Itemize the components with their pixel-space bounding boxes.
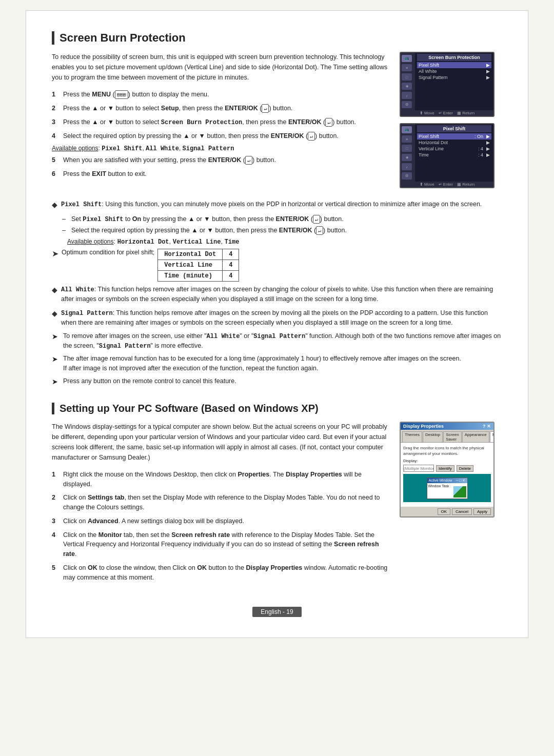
tv-item-hd: Horizontal Dot▶ [417, 140, 491, 146]
table-row-hd: Horizontal Dot 4 [158, 249, 239, 260]
dp-tab-settings[interactable]: Settings [490, 431, 494, 442]
bullet-pixel-shift: ◆ Pixel Shift: Using this function, you … [52, 200, 502, 210]
display-properties-window: Display Properties ? ✕ Themes Desktop Sc… [400, 422, 494, 518]
tv-icon-2-1: 📺 [402, 126, 412, 133]
dp-win-titlebar: Active Window ─ □ ✕ [427, 478, 467, 483]
tv-icon-2-6: ⚙ [402, 172, 412, 180]
dp-apply-btn[interactable]: Apply [473, 508, 491, 515]
tv-item-vl: Vertical Line: 4▶ [417, 146, 491, 152]
bullet-all-white: ◆ All White: This function helps remove … [52, 285, 502, 304]
step-1: 1 Press the MENU (⊞⊞⊞) button to display… [52, 90, 389, 100]
tv-item-all-white: All White▶ [417, 68, 491, 74]
page: Screen Burn Protection To reduce the pos… [26, 10, 528, 638]
pc-step-4: 4 Click on the Monitor tab, then set the… [52, 530, 389, 559]
table-cell-vl-label: Vertical Line [158, 260, 223, 270]
dp-win-title: Active Window [429, 479, 452, 483]
step-6: 6 Press the EXIT button to exit. [52, 169, 389, 179]
tv-screen-1: 📺 ≡ □ ◈ ♪ ⚙ Screen Burn Protection Pixel… [400, 52, 494, 117]
pc-left: The Windows display-settings for a typic… [52, 422, 389, 587]
bullet-section: ◆ Pixel Shift: Using this function, you … [52, 200, 502, 387]
tv-sidebar-1: 📺 ≡ □ ◈ ♪ ⚙ [401, 53, 415, 110]
step-2: 2 Press the ▲ or ▼ button to select Setu… [52, 104, 389, 113]
sub-bullet-2: – Select the required option by pressing… [62, 226, 502, 235]
table-cell-time-val: 4 [223, 270, 239, 281]
tv-header-2: Pixel Shift [417, 125, 491, 132]
tv-icon-2-4: ◈ [402, 154, 412, 161]
tv-icon-3: □ [402, 73, 412, 81]
dp-display-input[interactable] [403, 465, 434, 472]
tv-icon-6: ⚙ [402, 101, 412, 108]
dp-win-task: Window Task [428, 484, 449, 488]
section-screen-burn: Screen Burn Protection To reduce the pos… [52, 31, 502, 387]
tv-icon-5: ♪ [402, 92, 412, 99]
dp-win-btns: ─ □ ✕ [456, 479, 465, 483]
tv-icon-2: ≡ [402, 64, 412, 71]
tv-icon-2-2: ≡ [402, 135, 412, 143]
tv-item-pixel-shift: Pixel Shift▶ [417, 62, 491, 68]
dp-body-text: Drag the monitor icons to match the phys… [403, 445, 491, 456]
note-2: ➤ The after image removal function has t… [52, 354, 502, 373]
dp-cancel-btn[interactable]: Cancel [452, 508, 472, 515]
table-cell-hd-label: Horizontal Dot [158, 249, 223, 260]
step-3: 3 Press the ▲ or ▼ button to select Scre… [52, 117, 389, 127]
pc-step-3: 3 Click on Advanced. A new settings dial… [52, 516, 389, 526]
table-cell-vl-val: 4 [223, 260, 239, 270]
dp-tab-desktop[interactable]: Desktop [423, 431, 443, 442]
dp-tab-themes[interactable]: Themes [402, 431, 422, 442]
sub-bullet-1: – Set Pixel Shift to On by pressing the … [62, 214, 502, 224]
table-row-time: Time (minute) 4 [158, 270, 239, 281]
tv-footer-2: ⬆ Move ↵ Enter ▦ Return [401, 182, 493, 187]
table-cell-hd-val: 4 [223, 249, 239, 260]
dp-win-body: Window Task [427, 483, 467, 499]
page-footer: English - 19 [52, 602, 502, 617]
note-1: ➤ To remove after images on the screen, … [52, 331, 502, 351]
section2-title: Setting up Your PC Software (Based on Wi… [52, 403, 502, 414]
dp-window-controls: ? ✕ [483, 424, 491, 429]
dp-tab-screensaver[interactable]: Screen Saver [443, 431, 461, 442]
dp-tabs: Themes Desktop Screen Saver Appearance S… [401, 430, 493, 443]
tv-footer-1: ⬆ Move ↵ Enter ▦ Return [401, 110, 493, 116]
dp-title: Display Properties [403, 424, 444, 429]
dp-footer: OK Cancel Apply [401, 507, 493, 516]
tv-icon-2-5: ♪ [402, 163, 412, 170]
page-footer-label: English - 19 [252, 607, 301, 617]
tv-item-signal-pattern: Signal Pattern▶ [417, 74, 491, 81]
dp-ok-btn[interactable]: OK [438, 508, 451, 515]
pc-step-1: 1 Right click the mouse on the Windows D… [52, 470, 389, 489]
steps-list: 1 Press the MENU (⊞⊞⊞) button to display… [52, 90, 389, 141]
table-row-vl: Vertical Line 4 [158, 260, 239, 270]
steps-list-2: 5 When you are satisfied with your setti… [52, 155, 389, 179]
dp-label-row: Display: [403, 459, 491, 463]
bullet-signal-pattern: ◆ Signal Pattern: This function helps re… [52, 308, 502, 328]
pc-step-5: 5 Click on OK to close the window, then … [52, 563, 389, 583]
pc-section-area: The Windows display-settings for a typic… [52, 422, 502, 587]
step-5: 5 When you are satisfied with your setti… [52, 155, 389, 165]
dp-titlebar: Display Properties ? ✕ [401, 423, 493, 430]
tv-header-1: Screen Burn Protection [417, 54, 491, 61]
avail-options-1: Available options: Pixel Shift, All Whit… [52, 145, 389, 152]
tv-screen-2: 📺 ≡ □ ◈ ♪ ⚙ Pixel Shift Pixel Shift: On▶… [400, 123, 494, 188]
pc-steps-list: 1 Right click the mouse on the Windows D… [52, 470, 389, 583]
dp-identify-btn[interactable]: Identify [436, 465, 454, 472]
pc-step-2: 2 Click on Settings tab, then set the Di… [52, 493, 389, 512]
note-3: ➤ Press any button on the remote control… [52, 376, 502, 387]
tv-content-1: Screen Burn Protection Pixel Shift▶ All … [415, 53, 493, 110]
pc-right: Display Properties ? ✕ Themes Desktop Sc… [400, 422, 502, 587]
table-cell-time-label: Time (minute) [158, 270, 223, 281]
section2-intro: The Windows display-settings for a typic… [52, 422, 389, 463]
section1-intro: To reduce the possibility of screen burn… [52, 52, 389, 83]
tv-icon-1: 📺 [402, 55, 412, 62]
dp-active-window: Active Window ─ □ ✕ Window Task [427, 478, 468, 499]
dp-body: Drag the monitor icons to match the phys… [401, 443, 493, 507]
dp-preview: Active Window ─ □ ✕ Window Task [403, 474, 491, 502]
tv-icon-2-3: □ [402, 145, 412, 152]
tv-item-ps: Pixel Shift: On▶ [417, 133, 491, 140]
dp-tab-appearance[interactable]: Appearance [462, 431, 489, 442]
tv-screens: 📺 ≡ □ ◈ ♪ ⚙ Screen Burn Protection Pixel… [400, 52, 502, 194]
steps-left: To reduce the possibility of screen burn… [52, 52, 389, 194]
dp-delete-btn[interactable]: Delete [457, 465, 473, 472]
tv-content-2: Pixel Shift Pixel Shift: On▶ Horizontal … [415, 124, 493, 182]
tv-icon-4: ◈ [402, 83, 412, 90]
pixel-table: Horizontal Dot 4 Vertical Line 4 Time (m… [157, 249, 239, 282]
section1-title: Screen Burn Protection [52, 31, 502, 45]
